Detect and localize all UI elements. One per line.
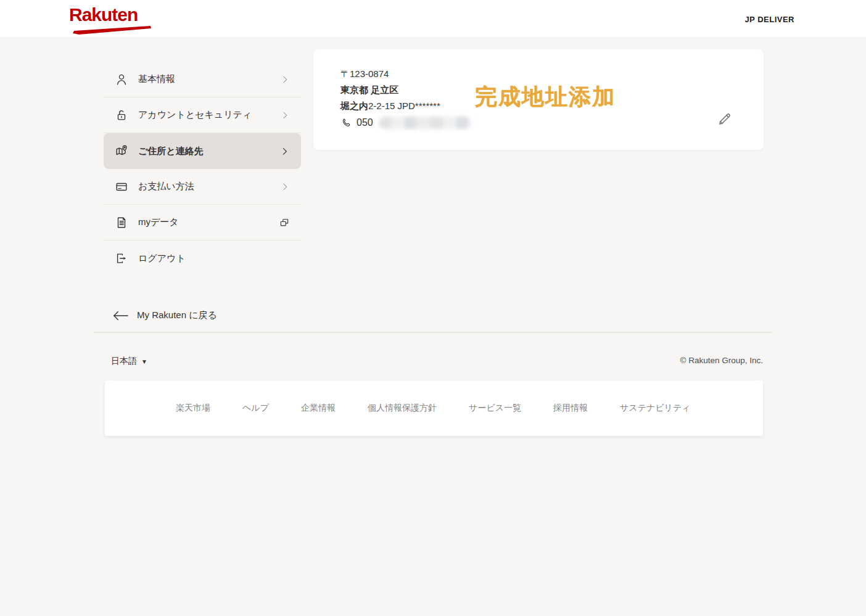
footer-link-privacy-policy[interactable]: 個人情報保護方針 bbox=[368, 403, 437, 414]
back-arrow-icon bbox=[112, 310, 128, 321]
address-card: 〒123-0874 東京都 足立区 堀之内2-2-15 JPD******* 0… bbox=[313, 49, 764, 150]
rakuten-logo[interactable]: Rakuten bbox=[69, 4, 155, 34]
edit-address-button[interactable] bbox=[717, 111, 733, 127]
footer-link-ichiba[interactable]: 楽天市場 bbox=[176, 403, 210, 414]
sidebar-item-label: 基本情報 bbox=[138, 73, 278, 85]
footer-link-service-list[interactable]: サービス一覧 bbox=[469, 403, 521, 414]
sidebar-item-logout[interactable]: ログアウト bbox=[104, 240, 301, 276]
person-icon bbox=[115, 73, 128, 86]
rakuten-logo-swoosh-icon bbox=[73, 25, 154, 35]
copyright-text: © Rakuten Group, Inc. bbox=[680, 356, 763, 365]
chevron-right-icon bbox=[278, 73, 290, 86]
language-selector[interactable]: 日本語 ▼ bbox=[111, 356, 147, 367]
sidebar-item-my-data[interactable]: myデータ bbox=[104, 205, 301, 240]
top-header: Rakuten JP DELIVER bbox=[0, 0, 866, 37]
map-pin-icon bbox=[115, 144, 128, 158]
address-card-body: 〒123-0874 東京都 足立区 堀之内2-2-15 JPD******* 0… bbox=[313, 49, 764, 150]
footer-divider bbox=[94, 332, 772, 333]
credit-card-icon bbox=[115, 180, 128, 194]
rakuten-logo-text: Rakuten bbox=[69, 4, 155, 25]
caret-down-icon: ▼ bbox=[141, 358, 147, 365]
phone-number-redacted bbox=[379, 117, 471, 129]
back-to-my-rakuten-link[interactable]: My Rakuten に戻る bbox=[112, 310, 217, 321]
footer-link-careers[interactable]: 採用情報 bbox=[553, 403, 588, 414]
external-window-icon bbox=[278, 216, 290, 229]
watermark-text: 完成地址添加 bbox=[475, 82, 616, 112]
chevron-right-icon bbox=[278, 109, 290, 121]
chevron-right-icon bbox=[278, 181, 290, 193]
empty-trailing bbox=[278, 252, 290, 265]
sidebar-item-payment-method[interactable]: お支払い方法 bbox=[104, 169, 301, 205]
account-sidebar: 基本情報 アカウントとセキュリティ ご住所と連絡先 bbox=[104, 62, 301, 276]
sidebar-item-label: myデータ bbox=[138, 216, 278, 228]
language-label: 日本語 bbox=[111, 356, 137, 367]
pencil-icon bbox=[717, 111, 733, 127]
lock-icon bbox=[115, 109, 128, 122]
footer-link-corporate-info[interactable]: 企業情報 bbox=[301, 403, 336, 414]
sidebar-item-label: ログアウト bbox=[138, 253, 278, 265]
document-list-icon bbox=[115, 216, 128, 229]
sidebar-item-label: アカウントとセキュリティ bbox=[138, 109, 278, 121]
phone-icon bbox=[340, 117, 352, 129]
footer-link-help[interactable]: ヘルプ bbox=[242, 403, 269, 414]
postal-code: 〒123-0874 bbox=[340, 68, 764, 80]
sidebar-item-label: お支払い方法 bbox=[138, 181, 278, 192]
phone-row: 050 bbox=[340, 117, 764, 129]
sidebar-item-address-contact[interactable]: ご住所と連絡先 bbox=[104, 133, 301, 169]
address-street-rest: 2-2-15 JPD******* bbox=[368, 101, 440, 111]
sidebar-item-basic-info[interactable]: 基本情報 bbox=[104, 62, 301, 97]
back-link-label: My Rakuten に戻る bbox=[137, 310, 217, 321]
sidebar-item-account-security[interactable]: アカウントとセキュリティ bbox=[104, 97, 301, 133]
sidebar-item-label: ご住所と連絡先 bbox=[138, 146, 278, 157]
footer-links-bar: 楽天市場 ヘルプ 企業情報 個人情報保護方針 サービス一覧 採用情報 サステナビ… bbox=[105, 380, 763, 436]
jp-deliver-label: JP DELIVER bbox=[744, 15, 794, 24]
logout-icon bbox=[115, 252, 128, 265]
chevron-right-icon bbox=[278, 145, 290, 157]
address-street-jp: 堀之内 bbox=[340, 101, 368, 111]
footer-link-sustainability[interactable]: サステナビリティ bbox=[620, 403, 691, 414]
phone-prefix: 050 bbox=[357, 117, 373, 128]
